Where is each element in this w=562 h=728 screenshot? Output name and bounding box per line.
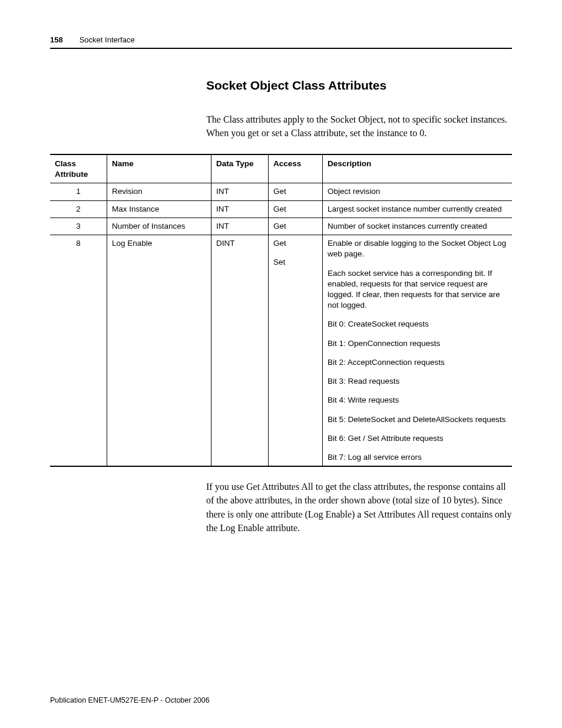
desc-line: Largest socket instance number currently… [328,204,507,215]
table-row: 8 Log Enable DINT Get Set Enable or disa… [50,235,512,467]
cell-name: Log Enable [107,235,211,467]
cell-desc: Largest socket instance number currently… [323,200,513,218]
table-row: 2 Max Instance INT Get Largest socket in… [50,200,512,218]
col-header-access: Access [269,154,323,183]
desc-line: Bit 0: CreateSocket requests [328,319,507,330]
cell-desc: Enable or disable logging to the Socket … [323,235,513,467]
class-attributes-table: Class Attribute Name Data Type Access De… [50,154,512,467]
page-number: 158 [50,35,63,44]
desc-line: Bit 4: Write requests [328,395,507,406]
table-row: 1 Revision INT Get Object revision [50,183,512,200]
cell-desc: Number of socket instances currently cre… [323,218,513,235]
desc-line: Each socket service has a corresponding … [328,268,507,311]
cell-access: Get [269,218,323,235]
table-header-row: Class Attribute Name Data Type Access De… [50,154,512,183]
col-header-attribute: Class Attribute [50,154,107,183]
cell-name: Number of Instances [107,218,211,235]
cell-type: INT [211,183,269,200]
cell-access: Get [269,183,323,200]
intro-paragraph: The Class attributes apply to the Socket… [206,113,512,140]
after-table-paragraph: If you use Get Attributes All to get the… [206,480,512,535]
cell-attr: 3 [50,218,107,235]
cell-type: INT [211,200,269,218]
content-block-upper: Socket Object Class Attributes The Class… [206,78,512,140]
access-line: Get [273,238,318,249]
desc-line: Enable or disable logging to the Socket … [328,238,507,259]
page-header: 158 Socket Interface [50,35,512,49]
cell-type: INT [211,218,269,235]
access-line: Set [273,257,318,268]
desc-line: Object revision [328,186,507,197]
publication-footer: Publication ENET-UM527E-EN-P - October 2… [50,696,210,704]
cell-attr: 8 [50,235,107,467]
col-header-description: Description [323,154,513,183]
page: 158 Socket Interface Socket Object Class… [0,0,562,728]
cell-desc: Object revision [323,183,513,200]
cell-name: Max Instance [107,200,211,218]
col-header-name: Name [107,154,211,183]
cell-attr: 2 [50,200,107,218]
desc-line: Bit 5: DeleteSocket and DeleteAllSockets… [328,414,507,425]
cell-access: Get [269,200,323,218]
heading: Socket Object Class Attributes [206,78,512,93]
desc-line: Bit 6: Get / Set Attribute requests [328,433,507,444]
cell-attr: 1 [50,183,107,200]
table-row: 3 Number of Instances INT Get Number of … [50,218,512,235]
desc-line: Bit 3: Read requests [328,376,507,387]
desc-line: Number of socket instances currently cre… [328,221,507,232]
cell-name: Revision [107,183,211,200]
col-header-datatype: Data Type [211,154,269,183]
section-name: Socket Interface [80,35,135,44]
desc-line: Bit 1: OpenConnection requests [328,338,507,349]
cell-access: Get Set [269,235,323,467]
content-block-lower: If you use Get Attributes All to get the… [206,480,512,535]
cell-type: DINT [211,235,269,467]
desc-line: Bit 2: AcceptConnection requests [328,357,507,368]
desc-line: Bit 7: Log all service errors [328,452,507,463]
